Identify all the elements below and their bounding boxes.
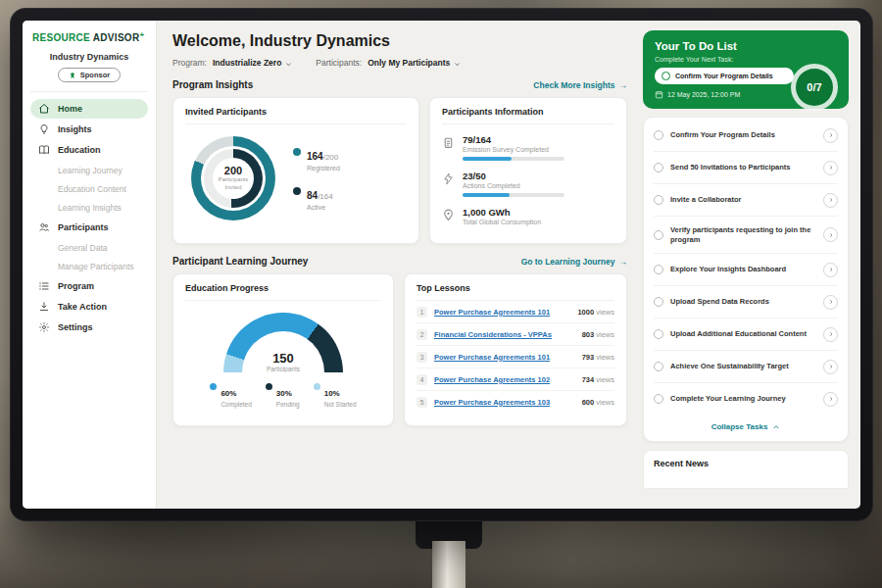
lesson-views: 1000: [577, 308, 594, 317]
lesson-rank: 4: [416, 374, 427, 385]
lesson-link[interactable]: Power Purchase Agreements 102: [434, 375, 575, 384]
task-row-confirm-program[interactable]: Confirm Your Program Details: [654, 120, 838, 152]
task-row-upload-spend-data[interactable]: Upload Spend Data Records: [654, 286, 838, 318]
go-to-learning-journey-link[interactable]: Go to Learning Journey →: [521, 257, 627, 267]
chevron-right-icon[interactable]: [823, 193, 838, 208]
emission-progress-bar: [463, 157, 564, 161]
divider: [30, 91, 148, 92]
task-row-upload-educational-content[interactable]: Upload Additional Educational Content: [654, 318, 838, 351]
task-row-invite-collaborator[interactable]: Invite a Collaborator: [654, 184, 838, 217]
lesson-row: 1 Power Purchase Agreements 101 1000 vie…: [416, 301, 614, 323]
task-row-verify-participants[interactable]: Verify participants requesting to join t…: [654, 217, 838, 254]
sidebar-item-insights[interactable]: Insights: [30, 120, 148, 139]
lesson-link[interactable]: Power Purchase Agreements 103: [434, 398, 575, 407]
take-action-icon: [38, 301, 50, 313]
chevron-right-icon[interactable]: [823, 360, 838, 374]
sidebar-item-participants[interactable]: Participants: [30, 218, 148, 237]
sidebar-item-home[interactable]: Home: [30, 99, 148, 119]
chevron-right-icon[interactable]: [823, 263, 838, 277]
chevron-down-icon: [285, 60, 292, 67]
todo-summary-card: Your To Do List Complete Your Next Task:…: [643, 30, 849, 109]
checkbox-circle-icon[interactable]: [654, 163, 663, 172]
participants-select[interactable]: Only My Participants: [368, 58, 461, 68]
info-value: 79/164: [463, 134, 564, 145]
legend-label: Pending: [276, 401, 300, 408]
card-title: Participants Information: [442, 107, 614, 124]
legend-item-active: 84/164 Active: [293, 185, 340, 211]
sidebar-item-settings[interactable]: Settings: [30, 318, 148, 337]
checkbox-circle-icon[interactable]: [654, 362, 663, 371]
task-row-complete-learning-journey[interactable]: Complete Your Learning Journey: [654, 383, 838, 415]
sponsor-badge[interactable]: Sponsor: [58, 68, 121, 82]
checkbox-circle-icon[interactable]: [654, 297, 663, 307]
legend-label: Completed: [220, 401, 251, 408]
checkbox-circle-icon[interactable]: [662, 72, 670, 80]
program-select[interactable]: Industrialize Zero: [213, 58, 292, 68]
home-icon: [38, 103, 50, 115]
app-logo: RESOURCE ADVISOR+: [30, 30, 148, 43]
sidebar-item-education[interactable]: Education: [30, 140, 148, 160]
participants-information-card: Participants Information 79/164 Emission…: [429, 97, 627, 244]
lesson-link[interactable]: Power Purchase Agreements 101: [434, 353, 575, 362]
chevron-right-icon[interactable]: [823, 295, 838, 310]
sidebar-item-label: General Data: [58, 243, 108, 253]
task-row-send-invitations[interactable]: Send 50 Invitations to Participants: [654, 152, 838, 184]
chevron-right-icon[interactable]: [823, 327, 838, 342]
lesson-link[interactable]: Power Purchase Agreements 101: [434, 308, 570, 317]
learning-journey-header: Participant Learning Journey Go to Learn…: [172, 256, 627, 267]
task-row-explore-insights[interactable]: Explore Your Insights Dashboard: [654, 254, 838, 286]
checkbox-circle-icon[interactable]: [654, 265, 663, 274]
task-label: Explore Your Insights Dashboard: [670, 265, 816, 274]
sidebar-item-manage-participants[interactable]: Manage Participants: [30, 257, 148, 275]
chevron-right-icon[interactable]: [823, 227, 838, 242]
todo-title: Your To Do List: [655, 40, 837, 52]
sidebar-item-label: Home: [58, 104, 82, 114]
todo-progress-ring: 0/7: [791, 64, 838, 111]
check-more-insights-link[interactable]: Check More Insights →: [533, 80, 627, 90]
lesson-link[interactable]: Financial Considerations - VPPAs: [434, 330, 575, 339]
link-label: Go to Learning Journey: [521, 257, 615, 267]
sidebar-item-learning-journey[interactable]: Learning Journey: [30, 161, 148, 179]
sidebar-item-label: Education: [58, 145, 101, 155]
chevron-right-icon[interactable]: [823, 392, 838, 407]
actions-progress-bar: [463, 193, 564, 197]
sidebar-item-program[interactable]: Program: [30, 276, 148, 296]
task-label: Confirm Your Program Details: [670, 130, 816, 140]
collapse-tasks-button[interactable]: Collapse Tasks: [654, 415, 838, 439]
legend-value: 84: [307, 190, 318, 201]
sidebar-item-label: Manage Participants: [58, 262, 134, 271]
recent-news-card: Recent News: [643, 450, 849, 489]
sidebar-item-education-content[interactable]: Education Content: [30, 179, 148, 198]
lesson-views: 600: [582, 398, 595, 407]
sidebar-item-label: Settings: [58, 322, 93, 332]
info-value: 1,000 GWh: [463, 207, 541, 218]
location-pin-icon: [442, 208, 455, 220]
lesson-views-unit: views: [596, 398, 614, 407]
legend-dot: [210, 383, 217, 390]
sidebar-item-general-data[interactable]: General Data: [30, 238, 148, 257]
legend-dot: [293, 148, 301, 156]
checkbox-circle-icon[interactable]: [654, 195, 663, 205]
legend-label: Registered: [307, 165, 340, 172]
legend-total: /200: [323, 153, 339, 162]
clipboard-icon: [442, 135, 455, 148]
checkbox-circle-icon[interactable]: [654, 329, 663, 339]
invited-chart-area: 200 Participants Invited 164/200 Registe: [185, 124, 407, 220]
logo-text-advisor: ADVISOR: [93, 32, 140, 43]
checkbox-circle-icon[interactable]: [654, 130, 663, 140]
checkbox-circle-icon[interactable]: [654, 230, 663, 240]
next-task-pill[interactable]: Confirm Your Program Details: [655, 68, 794, 84]
sidebar-item-learning-insights[interactable]: Learning Insights: [30, 198, 148, 217]
legend-dot: [314, 383, 320, 390]
checkbox-circle-icon[interactable]: [654, 394, 663, 404]
due-date-text: 12 May 2025, 12:00 PM: [667, 91, 740, 98]
info-label: Actions Completed: [463, 182, 564, 189]
task-row-achieve-sustainability-target[interactable]: Achieve One Sustainability Target: [654, 351, 838, 383]
task-label: Upload Additional Educational Content: [670, 329, 816, 339]
scene: RESOURCE ADVISOR+ Industry Dynamics Spon…: [0, 0, 882, 588]
sidebar-item-take-action[interactable]: Take Action: [30, 297, 148, 317]
page-title: Welcome, Industry Dynamics: [172, 32, 627, 50]
legend-item-pending: 30% Pending: [266, 382, 300, 408]
chevron-right-icon[interactable]: [823, 161, 838, 175]
chevron-right-icon[interactable]: [823, 128, 838, 143]
